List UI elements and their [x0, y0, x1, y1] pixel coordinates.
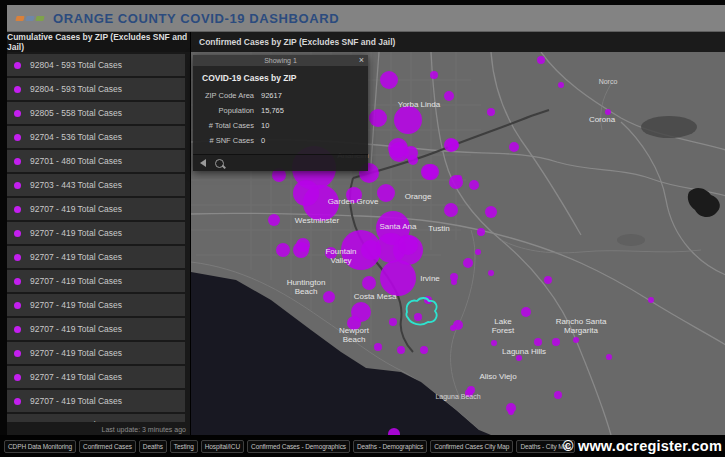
list-item[interactable]: 92707 - 419 Total Cases	[7, 222, 185, 244]
list-item-label: 92707 - 419 Total Cases	[30, 300, 122, 310]
close-icon[interactable]: ×	[359, 55, 364, 66]
case-bubble[interactable]	[469, 180, 479, 190]
case-bubble[interactable]	[404, 146, 418, 160]
list-item[interactable]: 92707 - 419 Total Cases	[7, 294, 185, 316]
list-item[interactable]: 92707 - 419 Total Cases	[7, 318, 185, 340]
case-bubble[interactable]	[323, 291, 335, 303]
list-item-label: 92805 - 558 Total Cases	[30, 108, 122, 118]
list-item-label: 92707 - 419 Total Cases	[30, 228, 122, 238]
map-city-label: Garden Grove	[328, 197, 379, 206]
map-city-label: Yorba Linda	[398, 100, 441, 109]
case-bubble[interactable]	[377, 184, 395, 202]
case-bubble[interactable]	[394, 106, 422, 134]
case-bubble[interactable]	[544, 276, 552, 284]
tab-hospital-icu[interactable]: Hospital/ICU	[201, 440, 244, 453]
case-bubble[interactable]	[450, 325, 456, 331]
popup-field: ZIP Code Area92617	[202, 91, 359, 100]
case-bubble[interactable]	[552, 338, 560, 346]
case-bubble[interactable]	[606, 354, 612, 360]
case-bubble[interactable]	[276, 243, 290, 257]
case-bubble[interactable]	[397, 346, 405, 354]
tab-deaths-demographics[interactable]: Deaths - Demographics	[353, 440, 427, 453]
case-bubble[interactable]	[488, 270, 494, 276]
case-bubble[interactable]	[444, 203, 458, 217]
case-bubble[interactable]	[430, 71, 438, 79]
zip-info-popup: Showing 1 × COVID-19 Cases by ZIP ZIP Co…	[193, 55, 368, 171]
tab-deaths[interactable]: Deaths	[139, 440, 167, 453]
case-bubble[interactable]	[420, 346, 428, 354]
list-item[interactable]: 92701 - 480 Total Cases	[7, 150, 185, 172]
list-item-label: 92701 - 480 Total Cases	[30, 156, 122, 166]
case-dot-icon	[14, 302, 21, 309]
case-bubble[interactable]	[537, 56, 545, 64]
case-bubble[interactable]	[444, 91, 454, 101]
list-item[interactable]: 92707 - 419 Total Cases	[7, 366, 185, 388]
field-value: 0	[261, 136, 265, 145]
case-bubble[interactable]	[491, 340, 497, 346]
case-bubble[interactable]	[380, 71, 398, 89]
case-bubble[interactable]	[573, 337, 579, 343]
case-bubble[interactable]	[414, 313, 422, 321]
list-item[interactable]: 92801 - 370 Total Cases	[7, 414, 185, 422]
case-bubble[interactable]	[509, 142, 519, 152]
list-item[interactable]: 92805 - 558 Total Cases	[7, 102, 185, 124]
case-bubble[interactable]	[398, 235, 418, 255]
sidebar-title: Cumulative Cases by ZIP (Excludes SNF an…	[7, 32, 190, 52]
list-item[interactable]: 92707 - 419 Total Cases	[7, 246, 185, 268]
case-bubble[interactable]	[374, 343, 382, 351]
case-bubble[interactable]	[449, 175, 463, 189]
case-dot-icon	[14, 326, 21, 333]
map-city-label: Laguna Hills	[502, 347, 546, 356]
case-bubble[interactable]	[389, 318, 397, 326]
case-dot-icon	[14, 350, 21, 357]
field-value: 15,765	[261, 106, 284, 115]
map-city-label: LakeForest	[492, 317, 515, 335]
map-city-label: Irvine	[420, 274, 440, 283]
popup-showing-label: Showing 1	[264, 57, 297, 64]
list-item[interactable]: 92707 - 419 Total Cases	[7, 270, 185, 292]
case-bubble[interactable]	[485, 206, 497, 218]
list-item-label: 92707 - 419 Total Cases	[30, 372, 122, 382]
case-bubble[interactable]	[362, 276, 376, 290]
case-bubble[interactable]	[451, 279, 457, 285]
map-city-label: Orange	[405, 192, 432, 201]
cumulative-cases-panel: Cumulative Cases by ZIP (Excludes SNF an…	[7, 32, 190, 435]
case-bubble[interactable]	[268, 214, 280, 226]
case-bubble[interactable]	[477, 228, 485, 236]
case-bubble[interactable]	[447, 139, 459, 151]
map-city-label: NewportBeach	[339, 326, 370, 344]
tab-confirmed-cases-city-map[interactable]: Confirmed Cases City Map	[430, 440, 513, 453]
case-bubble[interactable]	[521, 307, 531, 317]
case-dot-icon	[14, 374, 21, 381]
case-bubble[interactable]	[369, 109, 387, 127]
case-bubble[interactable]	[487, 108, 495, 116]
field-label: ZIP Code Area	[202, 91, 254, 100]
list-item[interactable]: 92707 - 419 Total Cases	[7, 342, 185, 364]
list-item[interactable]: 92703 - 443 Total Cases	[7, 174, 185, 196]
field-value: 10	[261, 121, 269, 130]
list-item[interactable]: 92704 - 536 Total Cases	[7, 126, 185, 148]
case-bubble[interactable]	[421, 164, 437, 180]
tab-confirmed-cases[interactable]: Confirmed Cases	[79, 440, 136, 453]
list-item[interactable]: 92804 - 593 Total Cases	[7, 54, 185, 76]
case-bubble[interactable]	[380, 260, 416, 296]
case-bubble[interactable]	[648, 297, 654, 303]
list-item[interactable]: 92707 - 419 Total Cases	[7, 390, 185, 412]
case-bubble[interactable]	[296, 238, 310, 252]
case-bubble[interactable]	[558, 82, 564, 88]
list-item[interactable]: 92707 - 419 Total Cases	[7, 198, 185, 220]
tab-cdph-data-monitoring[interactable]: CDPH Data Monitoring	[4, 440, 76, 453]
previous-arrow-icon[interactable]	[200, 159, 206, 167]
tab-testing[interactable]: Testing	[170, 440, 198, 453]
tab-confirmed-cases-demographics[interactable]: Confirmed Cases - Demographics	[247, 440, 350, 453]
case-bubble[interactable]	[534, 338, 542, 346]
map-city-label: Santa Ana	[380, 222, 417, 231]
zoom-to-icon[interactable]	[215, 159, 224, 168]
case-bubble[interactable]	[554, 391, 562, 399]
last-update-label: Last update: 3 minutes ago	[102, 426, 186, 433]
case-bubble[interactable]	[463, 258, 473, 268]
case-bubble[interactable]	[475, 249, 481, 255]
case-bubble[interactable]	[293, 180, 319, 206]
case-bubble[interactable]	[508, 409, 514, 415]
list-item[interactable]: 92804 - 593 Total Cases	[7, 78, 185, 100]
